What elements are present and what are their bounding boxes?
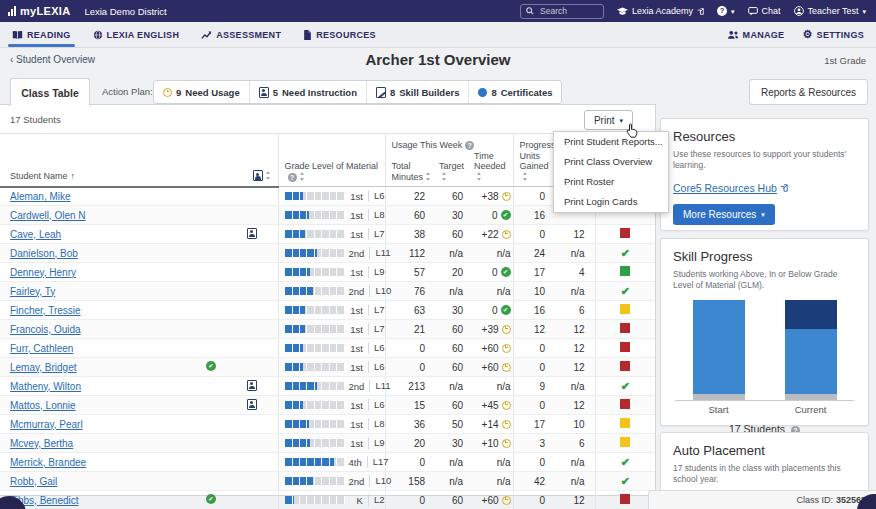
performance-indicator <box>621 380 630 393</box>
core5-resources-hub-link[interactable]: Core5 Resources Hub <box>673 182 788 194</box>
glm-grade: 1st <box>349 267 363 278</box>
student-name-link[interactable]: Matheny, Wilton <box>10 381 81 392</box>
menu-item-print-student-reports[interactable]: Print Student Reports... <box>554 132 668 152</box>
glm-progress-bar <box>285 420 345 428</box>
nav-tab-reading[interactable]: READING <box>12 22 71 47</box>
total-minutes-value: 63 <box>414 305 425 316</box>
glm-level: L8 <box>368 209 385 221</box>
total-minutes-value: 22 <box>414 191 425 202</box>
help-menu[interactable]: ? ▾ <box>717 6 735 16</box>
student-name-link[interactable]: Mattos, Lonnie <box>10 400 76 411</box>
table-row: Matheny, Wilton 2nd L11 213 n/a n/a 9 n/… <box>0 377 655 396</box>
nav-tab-lexia-english[interactable]: LEXIA ENGLISH <box>93 22 180 47</box>
target-value: 60 <box>452 229 463 240</box>
need-usage-button[interactable]: 9 Need Usage <box>154 81 249 103</box>
chat-button[interactable]: Chat <box>748 6 781 16</box>
student-name-link[interactable]: Cardwell, Olen N <box>10 210 86 221</box>
total-minutes-value: 158 <box>408 476 425 487</box>
mylexia-logo[interactable]: myLEXIA <box>8 5 70 17</box>
performance-indicator <box>621 247 630 260</box>
student-name-link[interactable]: Denney, Henry <box>10 267 76 278</box>
student-name-link[interactable]: Cave, Leah <box>10 229 61 240</box>
sort-icon <box>476 172 483 181</box>
total-minutes-value: 213 <box>408 381 425 392</box>
instruction-flag-header[interactable] <box>226 151 278 187</box>
user-menu[interactable]: Teacher Test ▾ <box>794 6 866 16</box>
student-name-link[interactable]: Fairley, Ty <box>10 286 55 297</box>
program-navbar: READING LEXIA ENGLISH ASSESSMENT RESOURC… <box>0 22 876 48</box>
external-link-icon <box>697 8 704 15</box>
total-minutes-value: 21 <box>414 324 425 335</box>
certificates-button[interactable]: 8 Certificates <box>468 81 561 103</box>
glm-level: L7 <box>368 228 385 240</box>
student-name-link[interactable]: Fincher, Tressie <box>10 305 81 316</box>
student-count: 17 Students <box>10 114 61 125</box>
lexia-academy-link[interactable]: Lexia Academy <box>617 6 704 16</box>
time-needed-header[interactable]: Time Needed <box>470 151 513 187</box>
student-name-link[interactable]: Francois, Ouida <box>10 324 81 335</box>
student-name-link[interactable]: Mcmurray, Pearl <box>10 419 83 430</box>
search-box[interactable] <box>520 4 604 19</box>
sort-icon <box>522 172 529 181</box>
menu-item-print-roster[interactable]: Print Roster <box>554 172 668 192</box>
units-needed-value: n/a <box>571 457 585 468</box>
total-minutes-value: 0 <box>419 343 425 354</box>
time-needed-value: +22 <box>482 229 499 240</box>
performance-indicator <box>621 285 630 298</box>
manage-button[interactable]: MANAGE <box>727 30 785 40</box>
need-instruction-button[interactable]: 5 Need Instruction <box>249 81 366 103</box>
tab-class-table[interactable]: Class Table <box>10 78 90 106</box>
help-icon[interactable]: ? <box>465 141 474 150</box>
student-name-link[interactable]: Lemay, Bridget <box>10 362 77 373</box>
units-needed-value: 12 <box>573 324 584 335</box>
skill-builders-button[interactable]: 8 Skill Builders <box>366 81 468 103</box>
total-minutes-header[interactable]: Total Minutes <box>385 151 435 187</box>
glm-grade: 1st <box>349 305 363 316</box>
glm-progress-bar <box>285 287 345 295</box>
grade-level-header[interactable]: Grade Level of Material? <box>278 151 385 187</box>
student-name-link[interactable]: Mcvey, Bertha <box>10 438 73 449</box>
target-header[interactable]: Target <box>435 151 470 187</box>
glm-progress-bar <box>285 477 345 485</box>
glm-grade: 2nd <box>349 248 365 259</box>
glm-progress-bar <box>285 363 345 371</box>
person-book-icon <box>259 87 269 98</box>
glm-grade: 1st <box>349 191 363 202</box>
performance-indicator <box>620 323 630 333</box>
trend-chart-icon <box>201 30 212 40</box>
student-name-link[interactable]: Robb, Gail <box>10 476 57 487</box>
reports-resources-button[interactable]: Reports & Resources <box>749 79 868 105</box>
units-gained-value: 16 <box>534 210 545 221</box>
settings-button[interactable]: ⚙ SETTINGS <box>802 29 864 40</box>
student-name-link[interactable]: Merrick, Brandee <box>10 457 86 468</box>
performance-indicator <box>621 475 630 488</box>
glm-progress-bar <box>285 382 345 390</box>
search-input[interactable] <box>538 5 598 17</box>
sort-asc-icon: ↑ <box>71 171 76 181</box>
glm-level: L17 <box>367 456 389 468</box>
action-plan-buttons: 9 Need Usage 5 Need Instruction 8 Skill … <box>153 80 562 104</box>
student-name-header[interactable]: Student Name↑ <box>0 151 196 187</box>
target-value: 30 <box>452 305 463 316</box>
units-needed-value: 6 <box>579 438 585 449</box>
book-icon <box>12 30 23 40</box>
more-resources-button[interactable]: More Resources ▾ <box>673 204 775 225</box>
performance-indicator <box>620 342 630 352</box>
units-needed-value: n/a <box>571 381 585 392</box>
student-name-link[interactable]: Aleman, Mike <box>10 191 71 202</box>
menu-item-print-login-cards[interactable]: Print Login Cards <box>554 192 668 212</box>
student-name-link[interactable]: Danielson, Bob <box>10 248 78 259</box>
nav-tab-assessment[interactable]: ASSESSMENT <box>201 22 281 47</box>
glm-grade: 2nd <box>349 381 365 392</box>
glm-grade: 1st <box>349 324 363 335</box>
units-gained-value: 0 <box>540 400 546 411</box>
time-needed-value: n/a <box>497 286 511 297</box>
units-gained-value: 12 <box>534 324 545 335</box>
glm-level: L10 <box>369 475 391 487</box>
menu-item-print-class-overview[interactable]: Print Class Overview <box>554 152 668 172</box>
units-gained-header[interactable]: Units Gained <box>513 151 553 187</box>
student-name-link[interactable]: Furr, Cathleen <box>10 343 73 354</box>
target-value: 30 <box>452 438 463 449</box>
nav-tab-resources[interactable]: RESOURCES <box>303 22 376 47</box>
help-icon[interactable]: ? <box>288 173 297 182</box>
